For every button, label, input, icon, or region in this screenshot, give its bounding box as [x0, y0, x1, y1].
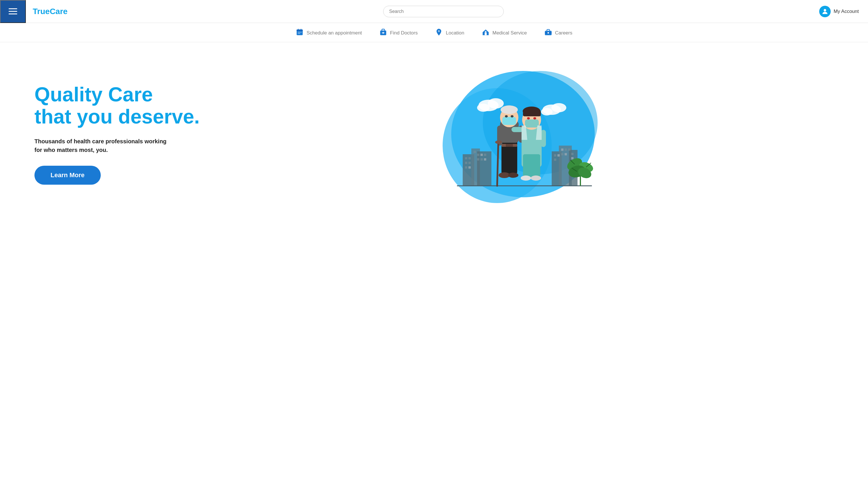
search-input[interactable] [383, 6, 504, 17]
nav-label-careers: Careers [555, 30, 572, 36]
svg-point-86 [533, 117, 536, 119]
svg-rect-27 [465, 157, 467, 159]
svg-rect-30 [469, 162, 471, 164]
svg-rect-46 [561, 148, 564, 151]
svg-rect-51 [571, 153, 573, 155]
svg-rect-20 [547, 32, 549, 34]
svg-point-64 [508, 173, 518, 178]
svg-rect-70 [502, 117, 516, 125]
svg-rect-32 [469, 166, 471, 169]
nav-item-doctors[interactable]: Find Doctors [379, 28, 418, 38]
svg-point-59 [541, 108, 553, 116]
svg-point-56 [477, 104, 490, 112]
svg-rect-39 [484, 158, 486, 160]
svg-rect-48 [568, 148, 570, 151]
svg-rect-37 [477, 158, 479, 160]
svg-rect-28 [469, 157, 471, 159]
svg-point-58 [552, 103, 566, 112]
svg-rect-9 [299, 33, 300, 34]
hero-section: Quality Care that you deserve. Thousands… [0, 42, 868, 220]
medical-home-icon [482, 28, 490, 38]
nav-label-doctors: Find Doctors [390, 30, 418, 36]
nav-label-medical: Medical Service [492, 30, 527, 36]
brand-logo[interactable]: TrueCare [33, 7, 67, 16]
svg-rect-5 [298, 32, 299, 32]
calendar-icon [296, 28, 304, 38]
svg-rect-33 [474, 151, 476, 153]
svg-rect-2 [297, 29, 303, 31]
svg-rect-45 [554, 159, 556, 161]
svg-rect-34 [477, 154, 479, 156]
svg-rect-7 [301, 32, 301, 32]
svg-point-14 [438, 31, 439, 32]
svg-rect-43 [554, 154, 556, 157]
svg-point-55 [488, 98, 504, 108]
svg-rect-84 [525, 119, 539, 128]
nav-item-medical[interactable]: Medical Service [482, 28, 527, 38]
svg-line-73 [497, 143, 498, 186]
svg-rect-3 [298, 29, 299, 30]
briefcase-icon [544, 28, 552, 38]
svg-rect-31 [465, 166, 467, 169]
svg-rect-12 [382, 32, 384, 33]
svg-rect-49 [561, 153, 564, 155]
svg-point-71 [505, 115, 508, 117]
secondary-nav: Schedule an appointment Find Doctors Loc… [0, 23, 868, 42]
nav-item-schedule[interactable]: Schedule an appointment [296, 28, 362, 38]
hero-svg [440, 65, 606, 203]
svg-rect-4 [301, 29, 301, 30]
hamburger-button[interactable] [0, 0, 26, 23]
nav-item-careers[interactable]: Careers [544, 28, 572, 38]
svg-rect-38 [480, 158, 483, 160]
svg-rect-44 [557, 154, 560, 157]
svg-rect-52 [571, 157, 573, 159]
svg-rect-35 [480, 154, 483, 156]
svg-rect-8 [298, 33, 299, 34]
hero-headline: Quality Care that you deserve. [35, 83, 207, 128]
svg-rect-47 [565, 148, 567, 151]
svg-point-69 [501, 105, 518, 114]
svg-rect-36 [484, 154, 486, 156]
svg-rect-26 [477, 152, 491, 186]
svg-point-78 [531, 175, 541, 181]
svg-rect-17 [485, 31, 487, 32]
svg-rect-83 [523, 110, 541, 116]
topbar: TrueCare My Account [0, 0, 868, 23]
account-area[interactable]: My Account [819, 6, 859, 17]
svg-rect-76 [523, 154, 540, 177]
svg-rect-79 [512, 127, 523, 132]
svg-point-85 [527, 117, 530, 119]
svg-rect-62 [506, 144, 513, 147]
hero-illustration [207, 65, 839, 203]
svg-point-72 [511, 115, 514, 117]
svg-rect-50 [565, 153, 567, 155]
svg-rect-15 [485, 32, 487, 35]
hero-headline-line2: that you deserve. [35, 105, 200, 128]
account-label: My Account [833, 9, 859, 14]
nav-label-schedule: Schedule an appointment [307, 30, 362, 36]
svg-rect-6 [299, 32, 300, 32]
hero-subtext: Thousands of health care professionals w… [35, 137, 172, 154]
location-pin-icon [435, 28, 443, 38]
search-wrapper [67, 6, 819, 17]
learn-more-button[interactable]: Learn More [35, 166, 101, 185]
svg-point-0 [824, 9, 826, 12]
nav-item-location[interactable]: Location [435, 28, 464, 38]
nav-label-location: Location [446, 30, 464, 36]
hero-headline-line1: Quality Care [35, 83, 153, 106]
hero-text: Quality Care that you deserve. Thousands… [35, 83, 207, 185]
svg-point-77 [521, 175, 531, 181]
svg-point-74 [495, 141, 502, 144]
account-icon [819, 6, 831, 17]
svg-rect-29 [465, 162, 467, 164]
medical-bag-icon [379, 28, 387, 38]
